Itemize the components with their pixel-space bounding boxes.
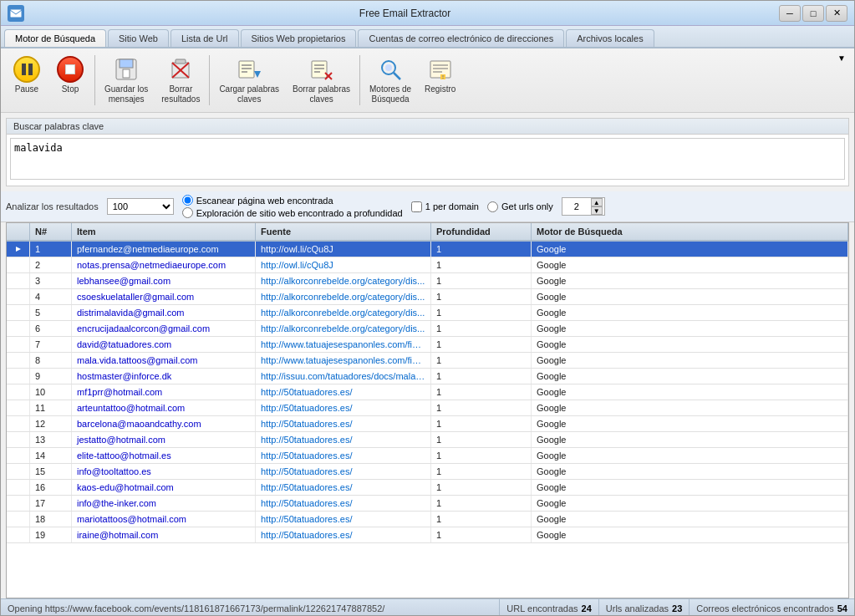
row-indicator <box>7 384 30 400</box>
results-table-section: N# Item Fuente Profundidad Motor de Búsq… <box>6 222 849 598</box>
depth-up-arrow[interactable]: ▲ <box>591 198 603 206</box>
analyze-count-select[interactable]: 100 200 500 1000 <box>107 198 174 215</box>
row-depth: 1 <box>431 400 532 415</box>
radio-get-urls[interactable] <box>487 201 498 212</box>
table-row[interactable]: 10mf1prr@hotmail.comhttp://50tatuadores.… <box>7 384 848 400</box>
depth-control: ▲ ▼ <box>562 197 605 216</box>
table-row[interactable]: 8mala.vida.tattoos@gmail.comhttp://www.t… <box>7 353 848 369</box>
maximize-button[interactable]: □ <box>802 5 824 22</box>
row-number: 12 <box>30 416 72 431</box>
radio-explore-row: Exploración de sitio web encontrado a pr… <box>182 207 403 218</box>
row-depth: 1 <box>431 384 532 400</box>
depth-input[interactable] <box>564 201 589 211</box>
save-label: Guardar los mensajes <box>104 84 148 104</box>
svg-point-28 <box>442 78 444 79</box>
table-row[interactable]: 9hostmaster@inforce.dkhttp://issuu.com/t… <box>7 369 848 384</box>
row-depth: 1 <box>431 242 532 257</box>
row-number: 4 <box>30 289 72 304</box>
table-row[interactable]: 5distrimalavida@gmail.comhttp://alkorcon… <box>7 305 848 321</box>
table-row[interactable]: 2notas.prensa@netmediaeurope.comhttp://o… <box>7 257 848 273</box>
table-row[interactable]: 18mariotattoos@hotmail.comhttp://50tatua… <box>7 512 848 527</box>
row-email: csoeskuelataller@gmail.com <box>72 289 256 304</box>
table-row[interactable]: 16kaos-edu@hotmail.comhttp://50tatuadore… <box>7 480 848 496</box>
title-bar: Free Email Extractor ─ □ ✕ <box>1 1 854 26</box>
row-search-engine: Google <box>532 242 848 257</box>
depth-arrows: ▲ ▼ <box>591 198 603 215</box>
table-row[interactable]: 7david@tatuadores.comhttp://www.tatuajes… <box>7 337 848 353</box>
search-engines-button[interactable]: Motores de Búsqueda <box>364 52 417 109</box>
row-email: kaos-edu@hotmail.com <box>72 480 256 495</box>
load-keywords-button[interactable]: Cargar palabras claves <box>213 52 285 109</box>
analyze-bar: Analizar los resultados 100 200 500 1000… <box>1 191 854 222</box>
table-row[interactable]: 15info@tooltattoo.eshttp://50tatuadores.… <box>7 464 848 480</box>
delete-keywords-button[interactable]: Borrar palabras claves <box>287 52 356 109</box>
row-indicator <box>7 496 30 511</box>
table-row[interactable]: 4csoeskuelataller@gmail.comhttp://alkorc… <box>7 289 848 305</box>
save-messages-button[interactable]: Guardar los mensajes <box>99 52 154 109</box>
row-depth: 1 <box>431 448 532 463</box>
row-search-engine: Google <box>532 416 848 431</box>
row-number: 9 <box>30 369 72 384</box>
log-button[interactable]: Registro <box>419 52 461 99</box>
minimize-button[interactable]: ─ <box>779 5 801 22</box>
row-source: http://50tatuadores.es/ <box>256 480 431 495</box>
radio-explore[interactable] <box>182 207 193 218</box>
col-fuente: Fuente <box>256 223 431 240</box>
status-bar: Opening https://www.facebook.com/events/… <box>1 598 854 616</box>
radio-explore-label: Exploración de sitio web encontrado a pr… <box>196 208 403 218</box>
col-n: N# <box>30 223 72 240</box>
search-section-wrapper: Buscar palabras clave malavida <box>1 113 854 191</box>
row-email: pfernandez@netmediaeurope.com <box>72 242 256 257</box>
row-email: david@tatuadores.com <box>72 337 256 352</box>
stop-button[interactable]: Stop <box>49 52 91 99</box>
tab-cuentas-correo[interactable]: Cuentas de correo electrónico de direcci… <box>358 29 564 47</box>
row-indicator <box>7 527 30 542</box>
table-row[interactable]: 1pfernandez@netmediaeurope.comhttp://owl… <box>7 242 848 257</box>
tab-motor-busqueda[interactable]: Motor de Búsqueda <box>4 29 106 47</box>
row-depth: 1 <box>431 527 532 542</box>
tab-archivos-locales[interactable]: Archivos locales <box>566 29 654 47</box>
delete-results-button[interactable]: Borrar resultados <box>155 52 206 109</box>
table-row[interactable]: 13jestatto@hotmail.comhttp://50tatuadore… <box>7 432 848 448</box>
log-icon <box>427 56 454 83</box>
table-row[interactable]: 14elite-tattoo@hotmail.eshttp://50tatuad… <box>7 448 848 464</box>
tab-sitios-propietarios[interactable]: Sitios Web propietarios <box>241 29 357 47</box>
tab-sitio-web[interactable]: Sitio Web <box>108 29 169 47</box>
depth-down-arrow[interactable]: ▼ <box>591 206 603 215</box>
app-icon <box>8 5 24 22</box>
delete-keywords-icon <box>308 56 335 83</box>
table-row[interactable]: 6encrucijadaalcorcon@gmail.comhttp://alk… <box>7 321 848 337</box>
table-header: N# Item Fuente Profundidad Motor de Búsq… <box>7 223 848 242</box>
pause-icon <box>13 56 40 83</box>
table-row[interactable]: 17info@the-inker.comhttp://50tatuadores.… <box>7 496 848 512</box>
tab-lista-url[interactable]: Lista de Url <box>170 29 239 47</box>
row-search-engine: Google <box>532 496 848 511</box>
pause-button[interactable]: Pause <box>6 52 48 99</box>
row-source: http://50tatuadores.es/ <box>256 384 431 400</box>
per-domain-checkbox[interactable] <box>411 201 422 212</box>
search-input[interactable]: malavida <box>10 138 845 180</box>
window-controls: ─ □ ✕ <box>779 5 847 22</box>
row-source: http://alkorconrebelde.org/category/dis.… <box>256 289 431 304</box>
close-button[interactable]: ✕ <box>826 5 847 22</box>
row-search-engine: Google <box>532 337 848 352</box>
search-section-label: Buscar palabras clave <box>7 119 848 135</box>
row-search-engine: Google <box>532 400 848 415</box>
table-row[interactable]: 3lebhansee@gmail.comhttp://alkorconrebel… <box>7 273 848 289</box>
row-search-engine: Google <box>532 464 848 479</box>
row-indicator <box>7 289 30 304</box>
table-body: 1pfernandez@netmediaeurope.comhttp://owl… <box>7 242 848 548</box>
table-row[interactable]: 19iraine@hotmail.comhttp://50tatuadores.… <box>7 527 848 543</box>
row-search-engine: Google <box>532 432 848 447</box>
svg-rect-0 <box>10 9 22 18</box>
table-row[interactable]: 12barcelona@maoandcathy.comhttp://50tatu… <box>7 416 848 432</box>
row-email: lebhansee@gmail.com <box>72 273 256 288</box>
row-source: http://alkorconrebelde.org/category/dis.… <box>256 321 431 336</box>
table-row[interactable]: 11arteuntattoo@hotmail.comhttp://50tatua… <box>7 400 848 416</box>
row-indicator <box>7 369 30 384</box>
tab-bar: Motor de Búsqueda Sitio Web Lista de Url… <box>1 26 854 48</box>
row-number: 5 <box>30 305 72 320</box>
radio-scan[interactable] <box>182 195 193 206</box>
toolbar-expand[interactable]: ▼ <box>834 52 849 64</box>
results-table-container: N# Item Fuente Profundidad Motor de Búsq… <box>6 222 849 598</box>
